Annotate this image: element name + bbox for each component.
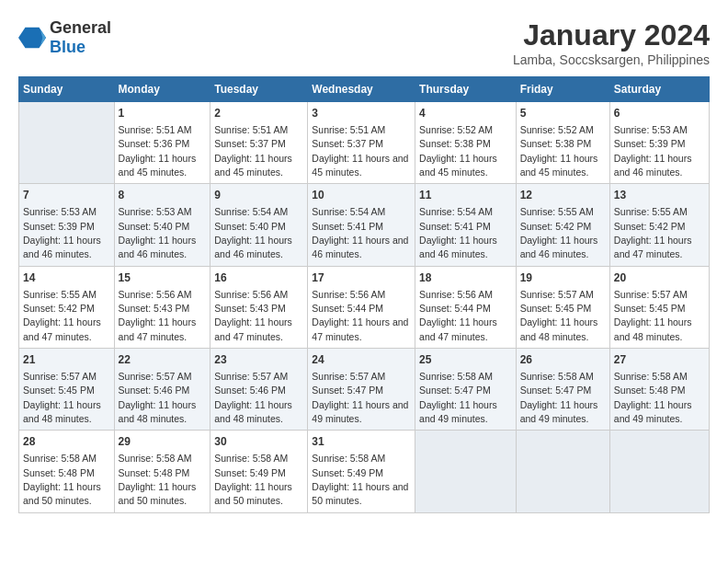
daylight-info: Daylight: 11 hours and 48 minutes. — [119, 399, 197, 424]
day-number: 27 — [614, 352, 705, 368]
logo-icon — [18, 24, 46, 52]
sunrise-info: Sunrise: 5:58 AM — [119, 453, 192, 464]
header-monday: Monday — [114, 77, 210, 102]
day-number: 18 — [419, 270, 512, 286]
calendar-header-row: SundayMondayTuesdayWednesdayThursdayFrid… — [19, 77, 710, 102]
logo: General Blue — [18, 18, 111, 57]
header-saturday: Saturday — [609, 77, 709, 102]
daylight-info: Daylight: 11 hours and 50 minutes. — [312, 481, 408, 506]
sunrise-info: Sunrise: 5:57 AM — [214, 371, 288, 382]
daylight-info: Daylight: 11 hours and 45 minutes. — [214, 153, 292, 178]
sunrise-info: Sunrise: 5:56 AM — [119, 289, 192, 300]
calendar-week-row: 14 Sunrise: 5:55 AM Sunset: 5:42 PM Dayl… — [19, 266, 710, 348]
daylight-info: Daylight: 11 hours and 50 minutes. — [119, 481, 197, 506]
day-number: 11 — [419, 188, 512, 203]
calendar-cell: 1 Sunrise: 5:51 AM Sunset: 5:36 PM Dayli… — [114, 102, 210, 184]
sunrise-info: Sunrise: 5:53 AM — [23, 206, 97, 217]
calendar-cell: 24 Sunrise: 5:57 AM Sunset: 5:47 PM Dayl… — [308, 349, 415, 431]
calendar-table: SundayMondayTuesdayWednesdayThursdayFrid… — [18, 76, 710, 513]
day-number: 31 — [312, 434, 411, 450]
sunset-info: Sunset: 5:45 PM — [614, 303, 686, 314]
sunrise-info: Sunrise: 5:51 AM — [312, 124, 385, 135]
daylight-info: Daylight: 11 hours and 47 minutes. — [312, 316, 408, 341]
daylight-info: Daylight: 11 hours and 47 minutes. — [614, 235, 692, 259]
calendar-cell: 2 Sunrise: 5:51 AM Sunset: 5:37 PM Dayli… — [210, 102, 308, 184]
day-number: 16 — [214, 270, 303, 286]
daylight-info: Daylight: 11 hours and 46 minutes. — [23, 235, 101, 259]
calendar-cell — [415, 431, 517, 512]
sunset-info: Sunset: 5:43 PM — [119, 303, 190, 314]
calendar-cell: 7 Sunrise: 5:53 AM Sunset: 5:39 PM Dayli… — [19, 184, 115, 266]
calendar-cell: 18 Sunrise: 5:56 AM Sunset: 5:44 PM Dayl… — [415, 266, 517, 348]
calendar-cell: 29 Sunrise: 5:58 AM Sunset: 5:48 PM Dayl… — [114, 431, 210, 512]
calendar-cell: 14 Sunrise: 5:55 AM Sunset: 5:42 PM Dayl… — [19, 266, 115, 348]
day-number: 20 — [614, 270, 705, 286]
day-number: 7 — [23, 188, 110, 203]
sunset-info: Sunset: 5:42 PM — [520, 221, 592, 232]
sunrise-info: Sunrise: 5:57 AM — [23, 371, 97, 382]
day-number: 10 — [312, 188, 411, 203]
calendar-week-row: 1 Sunrise: 5:51 AM Sunset: 5:36 PM Dayli… — [19, 102, 710, 184]
sunrise-info: Sunrise: 5:54 AM — [312, 206, 385, 217]
daylight-info: Daylight: 11 hours and 48 minutes. — [23, 399, 101, 424]
sunset-info: Sunset: 5:46 PM — [119, 385, 190, 396]
day-number: 30 — [214, 434, 303, 450]
calendar-cell: 10 Sunrise: 5:54 AM Sunset: 5:41 PM Dayl… — [308, 184, 415, 266]
calendar-cell: 8 Sunrise: 5:53 AM Sunset: 5:40 PM Dayli… — [114, 184, 210, 266]
daylight-info: Daylight: 11 hours and 49 minutes. — [419, 399, 497, 424]
sunset-info: Sunset: 5:44 PM — [312, 303, 383, 314]
sunrise-info: Sunrise: 5:53 AM — [614, 124, 688, 135]
sunset-info: Sunset: 5:43 PM — [214, 303, 286, 314]
sunrise-info: Sunrise: 5:58 AM — [312, 453, 385, 464]
calendar-week-row: 21 Sunrise: 5:57 AM Sunset: 5:45 PM Dayl… — [19, 349, 710, 431]
daylight-info: Daylight: 11 hours and 50 minutes. — [23, 481, 101, 506]
calendar-cell: 17 Sunrise: 5:56 AM Sunset: 5:44 PM Dayl… — [308, 266, 415, 348]
page-header: General Blue January 2024 Lamba, Soccsks… — [18, 18, 710, 67]
logo-blue-text: Blue — [50, 38, 111, 57]
day-number: 25 — [419, 352, 512, 368]
sunrise-info: Sunrise: 5:57 AM — [520, 289, 594, 300]
day-number: 2 — [214, 106, 303, 121]
sunrise-info: Sunrise: 5:51 AM — [119, 124, 192, 135]
sunset-info: Sunset: 5:47 PM — [312, 385, 383, 396]
sunrise-info: Sunrise: 5:55 AM — [23, 289, 97, 300]
calendar-cell: 3 Sunrise: 5:51 AM Sunset: 5:37 PM Dayli… — [308, 102, 415, 184]
daylight-info: Daylight: 11 hours and 45 minutes. — [119, 153, 197, 178]
page-title: January 2024 — [513, 18, 710, 52]
sunrise-info: Sunrise: 5:54 AM — [419, 206, 493, 217]
sunset-info: Sunset: 5:41 PM — [312, 221, 383, 232]
calendar-cell: 30 Sunrise: 5:58 AM Sunset: 5:49 PM Dayl… — [210, 431, 308, 512]
calendar-cell — [19, 102, 115, 184]
page-subtitle: Lamba, Soccsksargen, Philippines — [513, 52, 710, 67]
daylight-info: Daylight: 11 hours and 47 minutes. — [119, 316, 197, 341]
calendar-cell: 6 Sunrise: 5:53 AM Sunset: 5:39 PM Dayli… — [609, 102, 709, 184]
calendar-cell: 5 Sunrise: 5:52 AM Sunset: 5:38 PM Dayli… — [516, 102, 609, 184]
day-number: 29 — [119, 434, 207, 450]
daylight-info: Daylight: 11 hours and 50 minutes. — [214, 481, 292, 506]
sunrise-info: Sunrise: 5:56 AM — [214, 289, 288, 300]
day-number: 8 — [119, 188, 207, 203]
sunrise-info: Sunrise: 5:58 AM — [614, 371, 688, 382]
sunset-info: Sunset: 5:37 PM — [312, 138, 383, 149]
daylight-info: Daylight: 11 hours and 46 minutes. — [214, 235, 292, 259]
calendar-cell — [516, 431, 609, 512]
day-number: 22 — [119, 352, 207, 368]
calendar-cell: 11 Sunrise: 5:54 AM Sunset: 5:41 PM Dayl… — [415, 184, 517, 266]
sunset-info: Sunset: 5:48 PM — [119, 467, 190, 478]
header-sunday: Sunday — [19, 77, 115, 102]
sunrise-info: Sunrise: 5:56 AM — [312, 289, 385, 300]
calendar-cell — [609, 431, 709, 512]
calendar-cell: 19 Sunrise: 5:57 AM Sunset: 5:45 PM Dayl… — [516, 266, 609, 348]
calendar-cell: 31 Sunrise: 5:58 AM Sunset: 5:49 PM Dayl… — [308, 431, 415, 512]
sunset-info: Sunset: 5:40 PM — [119, 221, 190, 232]
day-number: 15 — [119, 270, 207, 286]
day-number: 5 — [520, 106, 606, 121]
calendar-week-row: 28 Sunrise: 5:58 AM Sunset: 5:48 PM Dayl… — [19, 431, 710, 512]
calendar-cell: 27 Sunrise: 5:58 AM Sunset: 5:48 PM Dayl… — [609, 349, 709, 431]
daylight-info: Daylight: 11 hours and 46 minutes. — [614, 153, 692, 178]
sunset-info: Sunset: 5:42 PM — [23, 303, 95, 314]
sunset-info: Sunset: 5:37 PM — [214, 138, 286, 149]
day-number: 13 — [614, 188, 705, 203]
daylight-info: Daylight: 11 hours and 45 minutes. — [419, 153, 497, 178]
sunrise-info: Sunrise: 5:55 AM — [520, 206, 594, 217]
